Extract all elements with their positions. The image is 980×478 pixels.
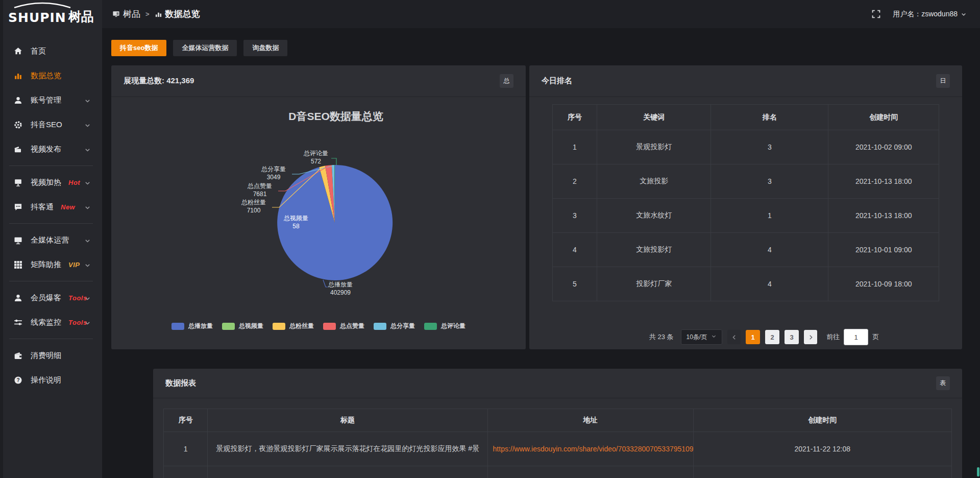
ranking-table: 序号关键词排名创建时间 1景观投影灯32021-10-02 09:002文旅投影… (552, 104, 939, 301)
grid-icon (14, 260, 23, 269)
goto-page-input[interactable] (844, 329, 868, 345)
ranking-day-toggle-button[interactable]: 日 (936, 74, 950, 88)
report-title-cell: 景观投影灯，夜游景观投影灯厂家展示展示落花灯在花园里的灯光投影应用效果 #景 (208, 432, 487, 466)
sidebar-item-douketong[interactable]: 抖客通New (0, 195, 102, 219)
home-icon (14, 46, 23, 56)
legend-label: 总点赞量 (340, 322, 364, 330)
table-cell: 3 (711, 130, 828, 164)
page-size-select[interactable]: 10条/页 (681, 329, 723, 345)
breadcrumb-root[interactable]: 树品 (123, 8, 140, 20)
logo[interactable]: SHUPIN 树品 (0, 0, 102, 32)
table-cell: 1 (711, 199, 828, 233)
legend-item[interactable]: 总视频量 (222, 322, 263, 330)
table-cell (164, 466, 208, 478)
help-icon: ? (14, 375, 23, 385)
sidebar-item-matrix-boost[interactable]: 矩阵助推VIP (0, 252, 102, 277)
legend-item[interactable]: 总播放量 (172, 322, 213, 330)
sidebar-item-label: 全媒体运营 (31, 235, 69, 245)
sidebar-item-consume-detail[interactable]: 消费明细 (0, 343, 102, 368)
report-index-cell: 1 (164, 432, 208, 466)
sidebar-item-label: 视频加热 (31, 178, 61, 187)
pie-label-4: 总点赞量7681 (232, 182, 288, 198)
sidebar-item-label: 会员爆客 (31, 293, 61, 303)
seo-overview-panel: 展现量总数: 421,369 总 D音SEO数据量总览 总评论量572总分享量3… (111, 65, 526, 349)
page-2[interactable]: 2 (765, 330, 779, 344)
logo-text-en: SHUPIN (8, 10, 66, 25)
report-panel-title: 数据报表 (165, 378, 196, 388)
pagination: 共 23 条10条/页123前往页 (548, 329, 980, 345)
sidebar-item-account[interactable]: 账号管理 (0, 88, 102, 112)
prev-page-button[interactable] (727, 330, 741, 344)
tab-douyin-seo[interactable]: 抖音seo数据 (111, 40, 166, 56)
table-cell: 2021-10-09 18:00 (828, 267, 939, 301)
sidebar-item-member-burst[interactable]: 会员爆客Tools (0, 285, 102, 310)
next-page-button[interactable] (804, 330, 817, 344)
fullscreen-icon[interactable] (872, 10, 880, 18)
goto-label: 前往 (826, 332, 840, 342)
chevron-down-icon (84, 319, 91, 328)
table-cell: 3 (553, 199, 597, 233)
overview-total-toggle-button[interactable]: 总 (500, 74, 513, 88)
topbar-right: 用户名：zswodun88 (872, 10, 967, 19)
tab-media-ops[interactable]: 全媒体运营数据 (173, 40, 237, 56)
sidebar-item-label: 抖音SEO (31, 120, 62, 130)
sidebar-item-douyin-seo[interactable]: 抖音SEO (0, 112, 102, 137)
report-panel: 数据报表 表 序号标题地址创建时间 1景观投影灯，夜游景观投影灯厂家展示展示落花… (153, 369, 962, 478)
report-col-header: 标题 (208, 409, 487, 432)
pie-label-1: 总播放量402909 (312, 280, 369, 297)
chevron-down-icon (84, 97, 91, 106)
app-monitor-icon (112, 10, 120, 18)
chevron-down-icon (84, 146, 91, 155)
table-cell: 2021-10-02 09:00 (828, 130, 939, 164)
user-menu[interactable]: 用户名：zswodun88 (893, 10, 967, 19)
pagination-total: 共 23 条 (649, 332, 674, 342)
legend-label: 总分享量 (390, 322, 415, 330)
video-icon (14, 145, 23, 154)
legend-item[interactable]: 总分享量 (374, 322, 415, 330)
sidebar-item-help[interactable]: ?操作说明 (0, 368, 102, 392)
sidebar-item-data-overview[interactable]: 数据总览 (0, 63, 102, 88)
chevron-down-icon (84, 295, 91, 303)
table-cell: 3 (711, 164, 828, 199)
goto-unit: 页 (872, 332, 879, 342)
table-cell: 2 (553, 164, 597, 199)
legend-item[interactable]: 总评论量 (424, 322, 465, 330)
report-url-link[interactable]: https://www.iesdouyin.com/share/video/70… (487, 432, 693, 466)
sidebar-item-label: 数据总览 (31, 71, 61, 81)
sidebar-item-video-publish[interactable]: 视频发布 (0, 137, 102, 161)
pie-label-6: 总评论量572 (288, 149, 344, 165)
table-row: 2文旅投影32021-10-13 18:00 (553, 164, 939, 199)
page-1[interactable]: 1 (746, 330, 760, 344)
sidebar-item-label: 账号管理 (31, 95, 61, 105)
table-row (164, 466, 952, 478)
bar-chart-icon (155, 10, 162, 18)
scrollbar-thumb[interactable] (977, 467, 979, 476)
sidebar-item-home[interactable]: 首页 (0, 39, 102, 63)
sidebar-item-label: 矩阵助推 (31, 260, 61, 270)
legend-swatch (323, 323, 336, 330)
page-3[interactable]: 3 (785, 330, 799, 344)
legend-item[interactable]: 总粉丝量 (273, 322, 314, 330)
sidebar-item-clue-monitor[interactable]: 线索监控Tools (0, 310, 102, 334)
svg-text:?: ? (16, 377, 19, 383)
legend-swatch (273, 323, 285, 330)
chevron-down-icon (961, 11, 967, 17)
chevron-down-icon (84, 179, 91, 188)
sidebar-item-label: 首页 (31, 46, 46, 56)
page-size-label: 10条/页 (687, 333, 707, 342)
table-cell: 4 (711, 233, 828, 267)
wallet-icon (14, 351, 23, 360)
sidebar-item-video-heat[interactable]: 视频加热Hot (0, 170, 102, 195)
report-col-header: 创建时间 (693, 409, 951, 432)
sidebar-item-media-ops[interactable]: 全媒体运营 (0, 228, 102, 252)
table-cell: 2021-10-13 18:00 (828, 199, 939, 233)
breadcrumb-separator: > (145, 10, 150, 18)
legend-item[interactable]: 总点赞量 (323, 322, 364, 330)
legend-label: 总播放量 (188, 322, 213, 330)
report-table-toggle-button[interactable]: 表 (936, 376, 950, 390)
table-cell: 文旅投影灯 (597, 233, 711, 267)
chart-legend: 总播放量总视频量总粉丝量总点赞量总分享量总评论量 (111, 322, 526, 330)
legend-swatch (172, 323, 184, 330)
legend-swatch (374, 323, 386, 330)
tab-inquiry[interactable]: 询盘数据 (243, 40, 287, 56)
